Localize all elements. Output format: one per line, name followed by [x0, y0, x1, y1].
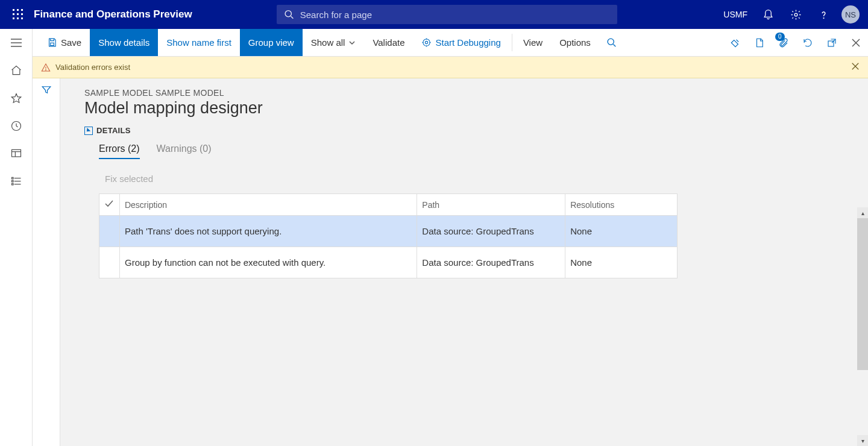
find-button[interactable] [599, 29, 624, 56]
message-close-icon[interactable] [851, 62, 860, 72]
breadcrumb: SAMPLE MODEL SAMPLE MODEL [84, 88, 852, 98]
popout-icon[interactable] [820, 29, 844, 57]
refresh-icon[interactable] [796, 29, 820, 57]
validate-button[interactable]: Validate [364, 29, 413, 56]
svg-rect-26 [51, 43, 54, 45]
check-icon [104, 199, 114, 209]
svg-point-35 [46, 69, 46, 70]
help-icon[interactable] [810, 0, 837, 29]
svg-rect-21 [11, 180, 13, 182]
cell-path: Data source: GroupedTrans [417, 216, 565, 247]
svg-rect-4 [17, 13, 19, 15]
column-description[interactable]: Description [119, 194, 417, 216]
table-row[interactable]: Path 'Trans' does not support querying. … [99, 216, 678, 247]
star-icon[interactable] [0, 84, 33, 112]
close-icon[interactable] [844, 29, 868, 57]
svg-rect-22 [11, 183, 13, 185]
debug-icon [421, 37, 432, 48]
page-content: SAMPLE MODEL SAMPLE MODEL Model mapping … [60, 78, 868, 446]
main-column: Save Show details Show name first Group … [33, 29, 868, 446]
save-label: Save [61, 37, 81, 48]
hamburger-icon[interactable] [0, 29, 33, 57]
cell-path: Data source: GroupedTrans [417, 247, 565, 278]
show-details-button[interactable]: Show details [90, 29, 158, 56]
view-label: View [523, 37, 542, 48]
page-title: Model mapping designer [84, 99, 852, 118]
filter-icon [41, 84, 52, 95]
modules-icon[interactable] [0, 168, 33, 195]
page-options-icon[interactable] [747, 29, 772, 57]
message-text: Validation errors exist [55, 63, 130, 72]
view-button[interactable]: View [515, 29, 551, 56]
clock-icon[interactable] [0, 112, 33, 140]
personalize-icon[interactable] [723, 29, 747, 57]
svg-point-29 [608, 39, 614, 45]
svg-rect-6 [13, 17, 14, 19]
company-selector[interactable]: USMF [717, 0, 753, 29]
home-icon[interactable] [0, 57, 33, 84]
scroll-thumb[interactable] [857, 218, 868, 370]
column-path[interactable]: Path [417, 194, 565, 216]
svg-rect-5 [21, 13, 23, 15]
group-view-button[interactable]: Group view [240, 29, 303, 56]
bell-icon[interactable] [755, 0, 781, 29]
svg-line-10 [291, 16, 293, 19]
svg-point-9 [285, 11, 291, 17]
show-all-dropdown[interactable]: Show all [303, 29, 365, 56]
scroll-down-icon[interactable]: ▾ [857, 435, 868, 446]
start-debugging-label: Start Debugging [435, 37, 500, 48]
table-row[interactable]: Group by function can not be executed wi… [99, 247, 678, 278]
collapse-toggle-icon[interactable] [84, 127, 93, 135]
svg-rect-1 [17, 9, 19, 11]
search-box[interactable] [277, 5, 617, 24]
chevron-down-icon [348, 39, 356, 46]
svg-rect-3 [13, 13, 14, 15]
svg-line-30 [613, 44, 615, 46]
cell-description: Group by function can not be executed wi… [119, 247, 417, 278]
save-button[interactable]: Save [39, 29, 90, 56]
validate-label: Validate [373, 37, 404, 48]
svg-point-28 [423, 39, 430, 46]
options-label: Options [559, 37, 591, 48]
tabs: Errors (2) Warnings (0) [99, 143, 852, 159]
scroll-up-icon[interactable]: ▴ [857, 207, 868, 218]
svg-point-12 [823, 17, 824, 18]
gear-icon[interactable] [782, 0, 809, 29]
scrollbar[interactable]: ▴ ▾ [857, 207, 868, 446]
select-all-header[interactable] [99, 194, 120, 216]
cell-resolutions: None [565, 216, 678, 247]
scroll-track[interactable] [857, 218, 868, 435]
svg-rect-17 [11, 149, 20, 157]
attachments-icon[interactable]: 0 [772, 29, 796, 57]
filter-pane-toggle[interactable] [33, 78, 60, 446]
top-header: Finance and Operations Preview USMF NS [0, 0, 868, 29]
attachments-badge: 0 [775, 33, 785, 41]
search-icon [606, 37, 617, 48]
show-details-label: Show details [98, 37, 149, 48]
show-name-first-button[interactable]: Show name first [158, 29, 240, 56]
column-resolutions[interactable]: Resolutions [565, 194, 678, 216]
details-header: DETAILS [84, 126, 852, 135]
group-view-label: Group view [248, 37, 294, 48]
svg-point-11 [794, 13, 797, 16]
options-button[interactable]: Options [551, 29, 599, 56]
tab-warnings[interactable]: Warnings (0) [157, 143, 212, 159]
right-icons: 0 [723, 29, 868, 56]
message-bar: Validation errors exist [33, 57, 868, 78]
warning-icon [41, 63, 51, 72]
fix-selected-button[interactable]: Fix selected [105, 174, 852, 184]
app-title: Finance and Operations Preview [34, 8, 192, 20]
command-bar: Save Show details Show name first Group … [33, 29, 868, 57]
row-select[interactable] [99, 216, 120, 247]
errors-table: Description Path Resolutions Path 'Trans… [99, 193, 678, 278]
show-name-first-label: Show name first [166, 37, 231, 48]
waffle-icon[interactable] [5, 0, 31, 29]
workspace-icon[interactable] [0, 140, 33, 168]
search-input[interactable] [300, 10, 610, 20]
start-debugging-button[interactable]: Start Debugging [413, 29, 509, 56]
avatar[interactable]: NS [841, 5, 860, 24]
tab-errors[interactable]: Errors (2) [99, 143, 140, 159]
show-all-label: Show all [311, 37, 345, 48]
svg-rect-20 [11, 177, 13, 179]
row-select[interactable] [99, 247, 120, 278]
